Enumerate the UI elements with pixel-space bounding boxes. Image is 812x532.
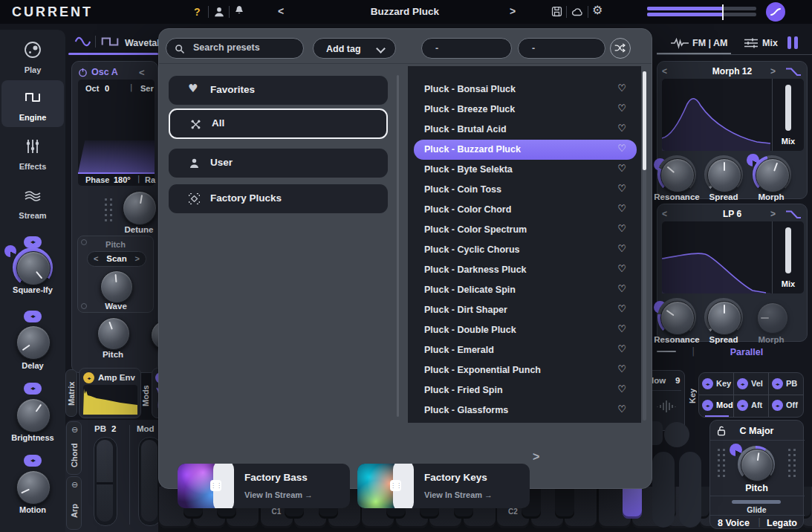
- help-icon[interactable]: ?: [194, 6, 201, 18]
- category-factory-plucks[interactable]: Factory Plucks: [169, 184, 388, 213]
- favorite-heart-icon[interactable]: ♡: [617, 384, 626, 394]
- favorite-heart-icon[interactable]: ♡: [617, 324, 626, 334]
- square-tab-icon[interactable]: [101, 36, 119, 48]
- favorite-heart-icon[interactable]: ♡: [617, 103, 626, 113]
- filter1-type[interactable]: Morph 12: [657, 66, 807, 77]
- preset-row[interactable]: Pluck - Double Pluck♡: [414, 320, 637, 340]
- favorite-heart-icon[interactable]: ♡: [617, 184, 626, 193]
- favorite-heart-icon[interactable]: ♡: [617, 284, 626, 293]
- piano-key-black[interactable]: [555, 487, 574, 519]
- favorite-heart-icon[interactable]: ♡: [617, 344, 626, 354]
- filter2-resonance-knob[interactable]: [660, 301, 695, 335]
- filter2-mix-slider[interactable]: [785, 227, 791, 273]
- mod-source-value[interactable]: 9: [675, 376, 680, 385]
- series-label[interactable]: Ser: [140, 84, 154, 93]
- bipolar-icon[interactable]: ◂▸: [772, 400, 783, 411]
- serial-option-clipped[interactable]: [657, 351, 676, 352]
- tag-filter-dropdown-2[interactable]: -: [518, 38, 605, 59]
- amp-env-card[interactable]: ◂▸ Amp Env: [79, 368, 141, 418]
- tag-filter-dropdown-1[interactable]: -: [421, 38, 512, 59]
- favorite-heart-icon[interactable]: ♡: [617, 143, 626, 153]
- filter-glyph-icon[interactable]: [785, 67, 802, 77]
- chord-minus-icon[interactable]: ⊖: [67, 426, 82, 434]
- filter1-mix-slider[interactable]: [785, 85, 791, 131]
- sine-tab-icon[interactable]: [74, 36, 92, 48]
- filter2-next-arrow[interactable]: >: [770, 209, 776, 219]
- osc-prev-arrow[interactable]: <: [139, 67, 145, 78]
- bipolar-icon[interactable]: ◂▸: [702, 400, 713, 411]
- nav-engine[interactable]: Engine: [1, 80, 64, 127]
- search-input[interactable]: [192, 42, 299, 53]
- save-icon[interactable]: [550, 5, 563, 18]
- matrix-tab[interactable]: Matrix: [65, 369, 77, 417]
- cell-mod[interactable]: ◂▸ Mod: [699, 395, 734, 417]
- legato-toggle[interactable]: Legato: [767, 518, 797, 528]
- mods-label[interactable]: Mods: [141, 377, 150, 415]
- category-user[interactable]: User: [169, 149, 388, 178]
- filter2-morph-knob[interactable]: [757, 302, 788, 334]
- filter2-spread-knob[interactable]: [707, 301, 741, 335]
- tab-wavetable[interactable]: Wavetab: [125, 38, 163, 48]
- macro-knob-motion[interactable]: [16, 470, 51, 505]
- filter1-resonance-knob[interactable]: [660, 158, 695, 192]
- scan-mode-selector[interactable]: < Scan >: [87, 251, 146, 267]
- favorite-heart-icon[interactable]: ♡: [617, 264, 626, 273]
- tab-fm-am[interactable]: FM | AM: [692, 38, 727, 48]
- nav-effects[interactable]: Effects: [1, 129, 64, 176]
- master-curve-button[interactable]: [766, 2, 785, 22]
- arp-tab[interactable]: ⊖ Arp: [66, 476, 82, 530]
- favorite-heart-icon[interactable]: ♡: [617, 224, 626, 233]
- view-in-stream-link[interactable]: View In Stream →: [424, 490, 493, 499]
- category-all[interactable]: All: [169, 108, 388, 139]
- cloud-icon[interactable]: [571, 6, 584, 17]
- preset-row[interactable]: Pluck - Delicate Spin♡: [414, 280, 637, 300]
- voice-pitch-knob[interactable]: [741, 449, 773, 481]
- piano-key-black-pressed[interactable]: [623, 487, 642, 519]
- pack-card-factory-keys[interactable]: ⋮⋮ Factory Keys View In Stream →: [357, 464, 530, 508]
- favorite-heart-icon[interactable]: ♡: [617, 404, 626, 414]
- bipolar-icon[interactable]: ◂▸: [737, 400, 748, 411]
- pitch-bend-wheel[interactable]: [94, 437, 117, 526]
- favorite-heart-icon[interactable]: ♡: [617, 123, 626, 133]
- cell-key[interactable]: ◂▸ Key: [699, 373, 734, 395]
- preset-row[interactable]: Pluck - Bonsai Pluck♡: [414, 80, 637, 100]
- preset-row[interactable]: Pluck - Cyclic Chorus♡: [414, 240, 637, 260]
- filter2-type[interactable]: LP 6: [657, 209, 807, 219]
- perf-wheel[interactable]: [679, 452, 701, 528]
- favorite-heart-icon[interactable]: ♡: [617, 244, 626, 253]
- filter1-morph-knob[interactable]: [756, 158, 790, 192]
- preset-row-selected[interactable]: Pluck - Buzzard Pluck♡: [414, 140, 637, 160]
- cell-vel[interactable]: ◂▸ Vel: [734, 373, 769, 395]
- preset-row[interactable]: Pluck - Darkness Pluck♡: [414, 260, 637, 280]
- routing-parallel-toggle[interactable]: Parallel: [713, 347, 780, 357]
- scan-next-arrow[interactable]: >: [135, 254, 140, 263]
- perf-wheel[interactable]: [652, 452, 675, 528]
- cell-aft[interactable]: ◂▸ Aft: [734, 395, 769, 417]
- osc-power-icon[interactable]: [78, 68, 88, 77]
- pause-bar-icon[interactable]: [794, 36, 798, 49]
- favorite-heart-icon[interactable]: ♡: [617, 364, 626, 374]
- arp-minus-icon[interactable]: ⊖: [67, 481, 82, 489]
- category-favorites[interactable]: ♥ Favorites: [169, 76, 388, 105]
- master-volume-slider[interactable]: [647, 7, 756, 18]
- volume-handle[interactable]: [722, 4, 724, 20]
- preset-row[interactable]: Pluck - Byte Selekta♡: [414, 160, 637, 180]
- search-field[interactable]: [166, 38, 304, 59]
- pack-card-factory-bass[interactable]: ⋮⋮ Factory Bass View In Stream →: [178, 464, 350, 508]
- filter1-spread-knob[interactable]: [707, 158, 741, 192]
- nav-stream[interactable]: Stream: [1, 178, 64, 225]
- notifications-bell-icon[interactable]: [233, 4, 246, 18]
- glide-slider[interactable]: [732, 500, 781, 504]
- settings-gear-icon[interactable]: ⚙: [592, 4, 602, 16]
- scale-selector[interactable]: C Major: [710, 426, 803, 436]
- macro-knob-delay[interactable]: [16, 325, 51, 360]
- osc-name[interactable]: Osc A: [91, 67, 118, 77]
- preset-row[interactable]: Pluck - Breeze Pluck♡: [414, 100, 637, 120]
- random-preset-button[interactable]: [610, 38, 631, 59]
- macro-bipolar-toggle[interactable]: ◂▸: [24, 311, 42, 322]
- preset-row[interactable]: Pluck - Brutal Acid♡: [414, 120, 637, 140]
- pad-circle[interactable]: [664, 422, 689, 447]
- voice-count-selector[interactable]: 8 Voice: [718, 518, 750, 528]
- oct-label[interactable]: Oct: [85, 84, 99, 93]
- view-in-stream-link[interactable]: View In Stream →: [244, 490, 313, 499]
